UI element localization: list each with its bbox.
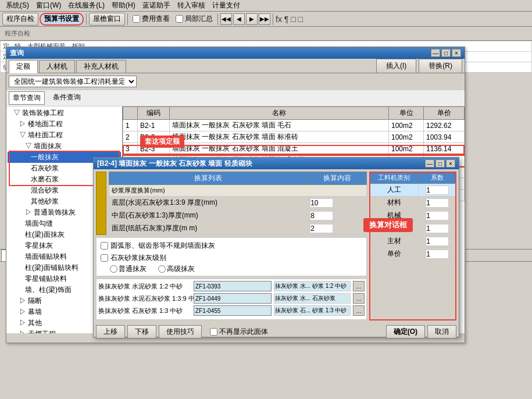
nav-last[interactable]: ▶▶ — [259, 13, 270, 25]
conv-bottom-section: 上移 下移 使用技巧 不再显示此面体 确定(O) 取消 — [94, 323, 459, 341]
nav-prev[interactable]: ◀ — [233, 13, 245, 25]
conv-dialog-title: [B2-4] 墙面抹灰 一般抹灰 石灰砂浆 墙面 轻质砌块 — □ × — [94, 158, 459, 169]
conv-left-panel: 换算列表 换算内容 砂浆厚度换算(mm) 底层(水泥石灰砂浆1:3:9 厚度(m… — [96, 172, 367, 320]
tree-item-wall-col[interactable]: ▽ 墙柱面工程 — [8, 130, 121, 141]
menu-system[interactable]: 系统(S) — [2, 0, 33, 12]
window-btn[interactable]: 屋檐窗口 — [89, 13, 125, 26]
replace-btn[interactable]: 替换(R) — [419, 59, 462, 73]
budget-settings-btn[interactable]: 预算书设置 — [40, 13, 84, 26]
summary-check[interactable]: 局部汇总 — [176, 14, 213, 24]
coeff-input-machine[interactable] — [426, 211, 449, 220]
condition-search-tab[interactable]: 条件查询 — [49, 91, 84, 105]
conv-min-btn[interactable]: — — [425, 159, 434, 168]
conv-title-text: [B2-4] 墙面抹灰 一般抹灰 石灰砂浆 墙面 轻质砌块 — [97, 159, 252, 169]
tab-extra-people[interactable]: 补充人材机 — [76, 60, 126, 73]
toolbar-separator4 — [273, 13, 273, 25]
radio-normal[interactable]: 普通抹灰 — [110, 264, 147, 274]
menu-payment[interactable]: 计量支付 — [209, 0, 244, 12]
coeff-input-equip[interactable] — [426, 224, 449, 233]
tips-btn[interactable]: 使用技巧 — [159, 325, 202, 339]
conv-right-panel: 工料机类别 系数 人工 材料 — [369, 172, 456, 320]
move-down-btn[interactable]: 下移 — [127, 325, 156, 339]
conv-browse-0[interactable]: … — [353, 281, 365, 291]
conv-close-btn[interactable]: × — [446, 159, 455, 168]
no-display-checkbox[interactable] — [210, 328, 217, 336]
coefficient-table: 工料机类别 系数 人工 材料 — [369, 172, 456, 261]
coeff-col-coeff: 系数 — [419, 172, 456, 184]
conv-col-list: 换算列表 — [109, 172, 308, 185]
coeff-input-material[interactable] — [426, 198, 449, 208]
fee-checkbox[interactable] — [133, 15, 140, 23]
conv-result-1[interactable] — [194, 293, 272, 304]
cancel-btn[interactable]: 取消 — [427, 325, 456, 339]
secondary-toolbar: 程序自检 — [0, 27, 532, 41]
self-check-btn[interactable]: 程序自检 — [2, 13, 38, 26]
tree-item-floor[interactable]: ▷ 楼地面工程 — [8, 119, 121, 130]
summary-checkbox[interactable] — [176, 15, 183, 23]
insert-btn[interactable]: 插入(I) — [376, 59, 416, 73]
query-min-btn[interactable]: — — [431, 49, 440, 57]
menu-assistant[interactable]: 蓝诺助手 — [139, 0, 174, 12]
tree-item-decorate[interactable]: ▽ 装饰装修工程 — [8, 108, 121, 119]
conv-section-header: 砂浆厚度换算(mm) — [109, 185, 367, 197]
checkbox-grade: 石灰砂浆抹灰级别 — [98, 252, 365, 264]
no-display-check[interactable]: 不再显示此面体 — [210, 327, 268, 337]
coeff-input-main[interactable] — [426, 237, 449, 246]
conv-result-0[interactable] — [194, 281, 272, 291]
tree-item-wall-plaster[interactable]: ▽ 墙面抹灰 — [8, 141, 121, 152]
chapter-search-tab[interactable]: 章节查询 — [9, 91, 45, 105]
conv-table-row[interactable]: 中层(石灰砂浆1:3)厚度(mm) — [109, 209, 367, 222]
table-row[interactable]: 3 B2-3 墙面抹灰 一般抹灰 石灰砂浆 墙面 混凝土 100m2 1136.… — [123, 143, 465, 155]
conv-row-0: 换抹灰砂浆 水泥砂浆 1:2 中砂 抹灰砂浆 水... 砂浆 1:2 中砂 … — [98, 281, 365, 291]
coeff-row-labor: 人工 — [370, 184, 456, 197]
search-mode-tabs: 章节查询 条件查询 — [6, 90, 465, 106]
radio-premium[interactable]: 高级抹灰 — [158, 264, 195, 274]
conv-checkboxes: 圆弧形、锯齿形等不规则墙面抹灰 石灰砂浆抹灰级别 普通抹灰 高级抹灰 — [96, 237, 367, 276]
menu-bar: 系统(S) 窗口(W) 在线服务(L) 帮助(H) 蓝诺助手 转入审核 计量支付 — [0, 0, 532, 12]
col-num — [123, 107, 138, 120]
coeff-input-unitprice[interactable] — [426, 250, 449, 259]
coeff-row-main: 主材 — [370, 235, 456, 248]
conv-right-btns: 确定(O) 取消 — [386, 325, 456, 339]
menu-window[interactable]: 窗口(W) — [33, 0, 65, 12]
conversion-dialog: [B2-4] 墙面抹灰 一般抹灰 石灰砂浆 墙面 轻质砌块 — □ × — [93, 157, 459, 337]
query-close-btn[interactable]: × — [452, 49, 461, 57]
table-row[interactable]: 2 B2-2 墙面抹灰 一般抹灰 石灰砂浆 墙面 标准砖 100m2 1003.… — [123, 131, 465, 143]
table-row[interactable]: 1 B2-1 墙面抹灰 一般抹灰 石灰砂浆 墙面 毛石 100m2 1292.6… — [123, 120, 465, 131]
grade-checkbox[interactable] — [101, 254, 108, 262]
conv-table-row[interactable]: 底层(水泥石灰砂浆1:3:9 厚度(mm) — [109, 197, 367, 209]
nav-next[interactable]: ▶ — [246, 13, 258, 25]
conv-result-2[interactable] — [194, 305, 272, 316]
col-code: 编码 — [138, 107, 170, 120]
conv-browse-2[interactable]: … — [353, 305, 365, 316]
move-up-btn[interactable]: 上移 — [96, 325, 125, 339]
tab-people-machine[interactable]: 人材机 — [39, 60, 75, 73]
tab-quota[interactable]: 定额 — [9, 60, 38, 73]
confirm-btn[interactable]: 确定(O) — [386, 325, 425, 339]
arc-checkbox[interactable] — [101, 242, 108, 250]
fee-check[interactable]: 费用查看 — [133, 14, 170, 24]
main-toolbar: 程序自检 预算书设置 屋檐窗口 费用查看 局部汇总 ◀◀ ◀ ▶ ▶▶ fx ¶… — [0, 12, 532, 27]
conv-left-btns: 上移 下移 使用技巧 不再显示此面体 — [96, 325, 268, 339]
query-title-buttons: — □ × — [431, 49, 461, 57]
coeff-row-machine: 机械 — [370, 209, 456, 222]
conv-value-1[interactable] — [310, 211, 333, 220]
col-price: 单价 — [424, 107, 465, 120]
conv-max-btn[interactable]: □ — [435, 159, 445, 168]
menu-help[interactable]: 帮助(H) — [108, 0, 139, 12]
conv-value-0[interactable] — [310, 198, 333, 208]
dialog-action-btns: 插入(I) 替换(R) — [376, 59, 462, 73]
conv-browse-1[interactable]: … — [353, 293, 365, 304]
checkbox-arc: 圆弧形、锯齿形等不规则墙面抹灰 — [98, 240, 365, 252]
menu-online[interactable]: 在线服务(L) — [65, 0, 108, 12]
nav-first[interactable]: ◀◀ — [220, 13, 232, 25]
coeff-input-labor[interactable] — [426, 186, 449, 195]
col-unit: 单位 — [389, 107, 424, 120]
conv-value-2[interactable] — [310, 224, 333, 233]
query-dialog-title: 查询 — □ × — [6, 47, 465, 59]
conv-table-row[interactable]: 面层(纸筋石灰浆)厚度(m m) — [109, 222, 367, 235]
conv-col-content: 换算内容 — [308, 172, 367, 185]
quota-type-select[interactable]: 全国统一建筑装饰装修工程消耗量定额 ▼ — [9, 76, 137, 87]
menu-review[interactable]: 转入审核 — [174, 0, 209, 12]
query-max-btn[interactable]: □ — [441, 49, 451, 57]
